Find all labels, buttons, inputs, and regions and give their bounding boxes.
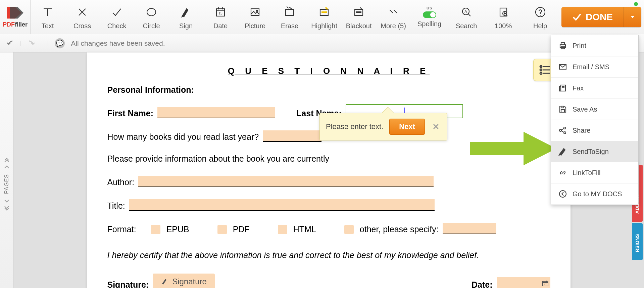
menu-saveas[interactable]: Save As (551, 99, 638, 120)
first-name-label: First Name (107, 109, 151, 118)
right-tab-rsions[interactable]: RSIONS (632, 223, 643, 260)
circle-label: Circle (143, 22, 160, 30)
svg-text:17: 17 (544, 283, 547, 286)
checkbox-epub[interactable] (151, 225, 160, 234)
pages-rail-label: PAGES (4, 174, 10, 194)
author-label: Author: (107, 177, 135, 187)
date-label: Date (472, 280, 490, 288)
rail-down-icon[interactable] (4, 198, 10, 204)
menu-print-label: Print (573, 42, 586, 50)
checkbox-html[interactable] (278, 225, 287, 234)
tooltip-close-button[interactable]: ✕ (431, 122, 441, 132)
zoom-label: 100% (495, 22, 512, 30)
title-label: Title: (107, 201, 125, 211)
page-title: Q U E S T I O N N A I R E (107, 66, 550, 76)
blackout-tool[interactable]: Blackout (342, 0, 376, 34)
svg-rect-25 (559, 86, 561, 91)
fmt-html-label: HTML (293, 224, 316, 234)
fmt-epub-label: EPUB (166, 224, 189, 234)
other-format-field[interactable] (443, 223, 496, 234)
field-tooltip: Please enter text. Next ✕ (319, 113, 447, 140)
menu-email-label: Email / SMS (573, 63, 609, 71)
spelling-toggle[interactable] (423, 11, 436, 18)
signature-field[interactable]: Signature (153, 274, 215, 288)
text-icon (41, 4, 54, 20)
circle-icon (145, 4, 158, 20)
status-text: All changes have been saved. (71, 39, 165, 47)
svg-point-4 (256, 10, 258, 11)
menu-print[interactable]: Print (551, 35, 638, 56)
rail-down-double-icon[interactable] (4, 205, 10, 211)
cross-tool[interactable]: Cross (65, 0, 100, 34)
main-toolbar: PDFfiller Text Cross Check Circle Sign (0, 0, 644, 34)
menu-sendtosign[interactable]: SendToSign (551, 141, 638, 162)
erase-tool[interactable]: Erase (273, 0, 307, 34)
rail-up-double-icon[interactable] (4, 157, 10, 163)
done-button[interactable]: DONE (561, 7, 641, 27)
title-field[interactable] (129, 199, 435, 211)
redo-button[interactable] (26, 39, 35, 48)
circle-tool[interactable]: Circle (134, 0, 169, 34)
erase-label: Erase (281, 22, 298, 30)
author-field[interactable] (138, 176, 434, 187)
highlight-tool[interactable]: Highlight (307, 0, 342, 34)
link-icon (558, 168, 567, 177)
text-tool[interactable]: Text (31, 0, 65, 34)
checkbox-other[interactable] (344, 225, 354, 234)
checkbox-pdf[interactable] (217, 225, 227, 234)
logo-pdf-text: PDF (3, 21, 15, 28)
tooltip-next-button[interactable]: Next (389, 119, 425, 135)
check-tool[interactable]: Check (100, 0, 134, 34)
pages-rail[interactable]: PAGES (0, 52, 13, 288)
text-label: Text (42, 22, 54, 30)
document-page: Q U E S T I O N N A I R E Personal Infor… (87, 52, 571, 288)
rsions-label: RSIONS (635, 234, 640, 252)
notification-dot (634, 2, 638, 6)
blackout-label: Blackout (346, 22, 372, 30)
menu-saveas-label: Save As (573, 106, 597, 113)
blackout-icon (352, 4, 365, 20)
menu-fax-label: Fax (573, 84, 584, 92)
help-tool[interactable]: Help (522, 0, 559, 34)
menu-linktofill[interactable]: LinkToFill (551, 162, 638, 183)
cross-label: Cross (73, 22, 91, 30)
search-tool[interactable]: A Search (448, 0, 485, 34)
sign-tool[interactable]: Sign (169, 0, 203, 34)
fmt-other-label: other, please specify: (360, 224, 439, 234)
books-count-field[interactable] (263, 130, 321, 142)
search-icon: A (460, 4, 473, 20)
help-label: Help (533, 22, 547, 30)
certify-text: I hereby certify that the above informat… (107, 250, 550, 260)
logo[interactable]: PDFfiller (0, 0, 31, 34)
date-field[interactable]: 17 (497, 277, 550, 288)
svg-text:A: A (464, 9, 467, 13)
menu-linktofill-label: LinkToFill (573, 169, 600, 177)
status-bar: | | 💬 All changes have been saved. (0, 34, 644, 52)
back-icon (558, 190, 567, 198)
email-icon (558, 63, 567, 71)
spelling-tool[interactable]: US Spelling (411, 0, 448, 34)
menu-fax[interactable]: Fax (551, 78, 638, 99)
more-tool[interactable]: More (5) (376, 0, 411, 34)
menu-sendtosign-label: SendToSign (573, 148, 609, 156)
undo-button[interactable] (7, 39, 15, 48)
cross-icon (76, 4, 89, 20)
menu-mydocs[interactable]: Go to MY DOCS (551, 183, 638, 205)
menu-email[interactable]: Email / SMS (551, 56, 638, 78)
zoom-tool[interactable]: 100% (485, 0, 522, 34)
date-tool[interactable]: 15 Date (203, 0, 238, 34)
check-label: Check (107, 22, 127, 30)
done-dropdown-toggle[interactable] (624, 7, 641, 27)
menu-share[interactable]: Share (551, 120, 638, 141)
svg-point-31 (559, 191, 566, 197)
picture-tool[interactable]: Picture (238, 0, 273, 34)
section-personal-label: Personal Information (107, 85, 191, 94)
rail-up-icon[interactable] (4, 164, 10, 170)
books-question: How many books did you read last year? (107, 132, 259, 142)
print-icon (558, 41, 567, 50)
picture-label: Picture (245, 22, 265, 30)
erase-icon (283, 4, 296, 20)
first-name-field[interactable] (157, 107, 275, 118)
check-icon (110, 4, 123, 20)
calendar-icon: 17 (542, 280, 549, 287)
